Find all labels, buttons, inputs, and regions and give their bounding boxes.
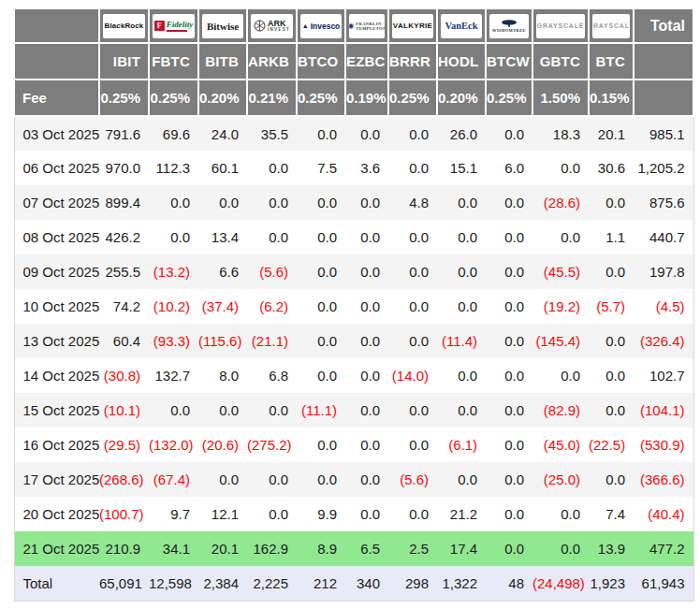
flow-value: 0.0 <box>198 462 247 497</box>
flow-value: 0.0 <box>589 393 634 428</box>
flow-value: 0.0 <box>345 254 388 289</box>
flow-value: 0.0 <box>486 220 532 254</box>
flow-value: 8.0 <box>198 358 247 393</box>
flow-value: 0.0 <box>247 497 297 531</box>
grayscale2-logo: GRAYSCALE <box>592 14 630 38</box>
flow-value: 440.7 <box>634 220 693 254</box>
table-body: 03 Oct 2025791.669.624.035.50.00.00.026.… <box>14 116 693 601</box>
flow-value: (115.6) <box>198 324 247 358</box>
flow-value: 15.1 <box>437 151 486 185</box>
flow-value: 0.0 <box>589 185 634 220</box>
flow-value: 0.0 <box>247 462 297 497</box>
flow-value: (268.6) <box>99 462 149 497</box>
flow-value: 0.0 <box>149 220 198 254</box>
issuer-cell-FBTC: FFidelity <box>149 8 198 43</box>
total-row: Total65,09112,5982,3842,2252123402981,32… <box>14 566 693 601</box>
flow-value: (4.5) <box>634 289 693 324</box>
ticker-GBTC: GBTC <box>532 43 589 80</box>
flow-value: 8.9 <box>297 531 345 566</box>
flow-value: 0.0 <box>247 185 297 220</box>
total-value: (24,498) <box>532 566 589 601</box>
flow-value: 74.2 <box>99 289 149 324</box>
ticker-HODL: HODL <box>437 43 486 80</box>
fee-BTC: 0.15% <box>589 80 634 116</box>
issuer-logo-row: BlackRockFFidelityBitwiseARKINVEST▲Inves… <box>14 8 693 43</box>
flow-row: 09 Oct 2025255.5(13.2)6.6(5.6)0.00.00.00… <box>14 254 693 289</box>
bitcoin-etf-flow-table: BlackRockFFidelityBitwiseARKINVEST▲Inves… <box>13 7 694 602</box>
flow-row-highlighted: 21 Oct 2025210.934.120.1162.98.96.52.517… <box>14 531 693 566</box>
row-date: 07 Oct 2025 <box>14 185 99 220</box>
flow-value: (67.4) <box>149 462 198 497</box>
blackrock-wordmark: BlackRock <box>105 22 144 30</box>
vaneck-wordmark: VanEck <box>445 21 477 31</box>
ticker-ARKB: ARKB <box>247 43 297 80</box>
total-value: 61,943 <box>634 566 693 601</box>
etf-flows-page: BlackRockFFidelityBitwiseARKINVEST▲Inves… <box>0 0 700 602</box>
flow-row: 15 Oct 2025(10.1)0.00.00.0(11.1)0.00.00.… <box>14 393 693 428</box>
flow-value: 1.1 <box>589 220 634 254</box>
flow-value: 970.0 <box>99 151 149 185</box>
flow-value: 0.0 <box>247 151 297 185</box>
flow-value: (104.1) <box>634 393 693 428</box>
flow-value: 0.0 <box>297 462 345 497</box>
flow-value: 0.0 <box>388 497 437 531</box>
flow-value: 21.2 <box>437 497 486 531</box>
franklin-logo: ◉FRANKLINTEMPLETON <box>349 14 385 38</box>
total-value: 48 <box>486 566 532 601</box>
flow-value: (45.5) <box>532 254 589 289</box>
flow-value: (93.3) <box>149 324 198 358</box>
flow-value: 0.0 <box>532 497 589 531</box>
fee-BTCW: 0.25% <box>486 80 532 116</box>
ticker-row: IBITFBTCBITBARKBBTCOEZBCBRRRHODLBTCWGBTC… <box>14 43 693 80</box>
flow-value: 791.6 <box>99 116 149 151</box>
flow-value: (5.6) <box>247 254 297 289</box>
flow-value: 0.0 <box>388 289 437 324</box>
wisdomtree-logo: WISDOMTREE <box>489 14 529 38</box>
flow-row: 03 Oct 2025791.669.624.035.50.00.00.026.… <box>14 116 693 151</box>
flow-value: 0.0 <box>297 116 345 151</box>
flow-value: 0.0 <box>345 324 388 358</box>
flow-value: 0.0 <box>589 358 634 393</box>
flow-value: 0.0 <box>437 358 486 393</box>
valkyrie-wordmark: VALKYRIE <box>393 22 432 30</box>
flow-value: (100.7) <box>99 497 149 531</box>
flow-value: 0.0 <box>388 393 437 428</box>
flow-value: 162.9 <box>247 531 297 566</box>
flow-value: 0.0 <box>437 220 486 254</box>
flow-value: 0.0 <box>486 116 532 151</box>
flow-value: 69.6 <box>149 116 198 151</box>
total-value: 340 <box>345 566 388 601</box>
issuer-cell-IBIT: BlackRock <box>99 8 149 43</box>
flow-value: (37.4) <box>198 289 247 324</box>
bitwise-logo: Bitwise <box>202 14 243 38</box>
flow-value: 0.0 <box>486 324 532 358</box>
flow-value: 0.0 <box>345 462 388 497</box>
flow-value: 0.0 <box>486 358 532 393</box>
flow-value: 13.9 <box>589 531 634 566</box>
flow-value: 7.4 <box>589 497 634 531</box>
ticker-BTCO: BTCO <box>297 43 345 80</box>
flow-value: 477.2 <box>634 531 693 566</box>
fee-ARKB: 0.21% <box>247 80 297 116</box>
flow-value: 0.0 <box>198 393 247 428</box>
flow-value: 20.1 <box>198 531 247 566</box>
fee-GBTC: 1.50% <box>532 80 589 116</box>
flow-value: 35.5 <box>247 116 297 151</box>
fidelity-red-strip <box>167 30 187 32</box>
flow-value: 6.8 <box>247 358 297 393</box>
issuer-cell-BTCO: ▲Invesco <box>297 8 345 43</box>
flow-value: 0.0 <box>198 185 247 220</box>
flow-value: 0.0 <box>388 428 437 462</box>
flow-value: 0.0 <box>297 254 345 289</box>
fee-FBTC: 0.25% <box>149 80 198 116</box>
ticker-IBIT: IBIT <box>99 43 149 80</box>
row-date: 21 Oct 2025 <box>14 531 99 566</box>
flow-value: 0.0 <box>297 428 345 462</box>
row-date: 16 Oct 2025 <box>14 428 99 462</box>
flow-value: 2.5 <box>388 531 437 566</box>
flow-value: 0.0 <box>297 358 345 393</box>
ark-globe-icon <box>254 20 266 32</box>
flow-value: (5.6) <box>388 462 437 497</box>
issuer-cell-GBTC: GRAYSCALE <box>532 8 589 43</box>
grayscale-logo: GRAYSCALE <box>536 14 585 38</box>
